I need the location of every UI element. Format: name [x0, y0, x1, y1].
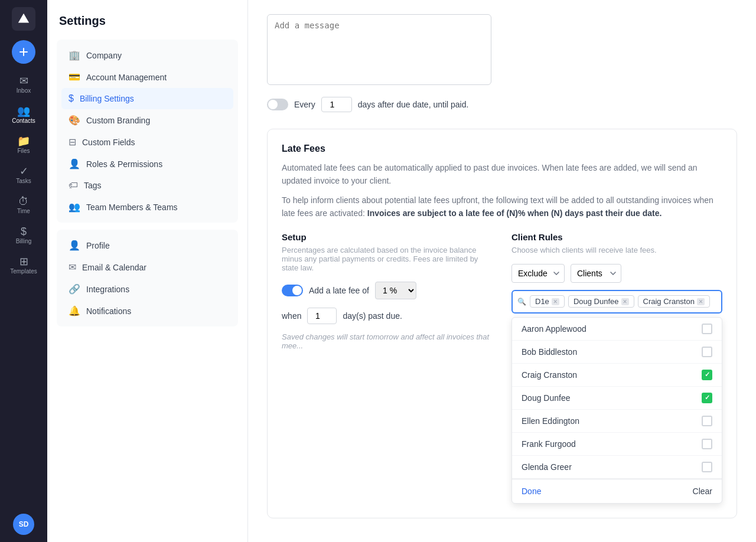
integrations-icon: 🔗 — [69, 283, 80, 295]
custom-fields-icon: ⊟ — [69, 136, 76, 148]
sidebar-item-team-label: Team Members & Teams — [86, 203, 178, 212]
remove-craig[interactable]: × — [697, 298, 705, 305]
time-icon: ⏱ — [18, 196, 29, 207]
nav-inbox[interactable]: ✉ Inbox — [6, 71, 41, 99]
setup-column: Setup Percentages are calculated based o… — [282, 232, 493, 504]
nav-time[interactable]: ⏱ Time — [6, 191, 41, 219]
every-label: Every — [294, 100, 315, 109]
remove-doug[interactable]: × — [621, 298, 629, 305]
reminder-toggle-row: Every days after due date, until paid. — [267, 97, 737, 112]
nav-time-label: Time — [17, 208, 30, 214]
clear-button[interactable]: Clear — [693, 487, 712, 496]
sidebar-item-custom-branding[interactable]: 🎨 Custom Branding — [61, 109, 233, 131]
sidebar-item-tags-label: Tags — [84, 181, 102, 190]
sidebar-item-custom-fields[interactable]: ⊟ Custom Fields — [61, 131, 233, 153]
nav-bar: ✉ Inbox 👥 Contacts 📁 Files ✓ Tasks ⏱ Tim… — [0, 0, 47, 542]
dropdown-item-glenda[interactable]: Glenda Greer — [512, 456, 722, 479]
dropdown-footer: Done Clear — [512, 479, 722, 503]
reminder-days-input[interactable] — [321, 97, 352, 112]
sidebar-item-tags[interactable]: 🏷 Tags — [61, 175, 233, 196]
setup-label: Setup — [282, 232, 493, 242]
late-fees-desc1: Automated late fees can be automatically… — [282, 161, 722, 188]
dropdown-item-doug[interactable]: Doug Dunfee — [512, 387, 722, 410]
roles-icon: 👤 — [69, 158, 80, 169]
main-content: Every days after due date, until paid. L… — [248, 0, 756, 542]
dropdown-item-ellen[interactable]: Ellen Eddington — [512, 410, 722, 433]
custom-branding-icon: 🎨 — [69, 115, 80, 126]
sidebar-section-2: 👤 Profile ✉ Email & Calendar 🔗 Integrati… — [57, 230, 238, 326]
sidebar-item-fields-label: Custom Fields — [82, 138, 135, 147]
late-fee-toggle[interactable] — [282, 285, 303, 296]
nav-contacts[interactable]: 👥 Contacts — [6, 101, 41, 129]
templates-icon: ⊞ — [19, 256, 28, 267]
checkbox-aaron[interactable] — [702, 324, 712, 334]
checkbox-doug[interactable] — [702, 393, 712, 403]
sidebar-item-company[interactable]: 🏢 Company — [61, 44, 233, 66]
checkbox-ellen[interactable] — [702, 416, 712, 426]
client-rules-label: Client Rules — [511, 232, 722, 242]
message-textarea[interactable] — [267, 14, 491, 85]
nav-billing[interactable]: $ Billing — [6, 221, 41, 249]
team-icon: 👥 — [69, 201, 80, 213]
days-past-input[interactable] — [307, 308, 337, 324]
inbox-icon: ✉ — [19, 76, 28, 86]
dropdown-item-frank[interactable]: Frank Furgood — [512, 433, 722, 456]
settings-title: Settings — [57, 14, 238, 28]
sidebar-item-billing-settings[interactable]: $ Billing Settings — [61, 88, 233, 109]
client-rules-column: Client Rules Choose which clients will r… — [511, 232, 722, 504]
tags-icon: 🏷 — [69, 180, 78, 191]
done-button[interactable]: Done — [522, 487, 541, 496]
remove-d1e[interactable]: × — [552, 298, 559, 305]
nav-files[interactable]: 📁 Files — [6, 131, 41, 159]
checkbox-bob[interactable] — [702, 347, 712, 357]
dropdown-item-craig[interactable]: Craig Cranston — [512, 364, 722, 387]
sidebar-item-integrations[interactable]: 🔗 Integrations — [61, 278, 233, 300]
nav-tasks-label: Tasks — [16, 178, 31, 184]
sidebar-item-team-members[interactable]: 👥 Team Members & Teams — [61, 196, 233, 218]
sidebar-item-roles-permissions[interactable]: 👤 Roles & Permissions — [61, 153, 233, 175]
sidebar-item-branding-label: Custom Branding — [86, 116, 150, 125]
tag-chip-d1e: D1e × — [530, 295, 565, 308]
rules-select-row: Exclude Include Clients Groups — [511, 264, 722, 283]
sidebar-item-notifications[interactable]: 🔔 Notifications — [61, 300, 233, 322]
nav-inbox-label: Inbox — [17, 87, 31, 94]
sidebar-section-1: 🏢 Company 💳 Account Management $ Billing… — [57, 40, 238, 223]
late-fee-toggle-row: Add a late fee of 1 % 2 % 3 % 5 % 10 % — [282, 282, 493, 299]
checkbox-frank[interactable] — [702, 439, 712, 449]
fee-percent-select[interactable]: 1 % 2 % 3 % 5 % 10 % — [375, 282, 416, 299]
profile-icon: 👤 — [69, 240, 80, 251]
nav-templates-label: Templates — [10, 268, 37, 275]
nav-templates[interactable]: ⊞ Templates — [6, 252, 41, 279]
dropdown-item-bob[interactable]: Bob Biddleston — [512, 341, 722, 364]
late-fees-title: Late Fees — [282, 143, 722, 154]
files-icon: 📁 — [17, 136, 30, 146]
checkbox-glenda[interactable] — [702, 462, 712, 472]
sidebar-item-integrations-label: Integrations — [86, 285, 129, 294]
saved-note: Saved changes will start tomorrow and af… — [282, 332, 493, 350]
dropdown-item-aaron[interactable]: Aaron Applewood — [512, 318, 722, 341]
tasks-icon: ✓ — [19, 166, 28, 177]
sidebar-item-notifications-label: Notifications — [86, 306, 131, 316]
client-rules-sub: Choose which clients will receive late f… — [511, 246, 722, 254]
user-avatar[interactable]: SD — [13, 514, 34, 535]
app-logo — [12, 7, 35, 31]
sidebar-item-email-label: Email & Calendar — [82, 263, 146, 272]
two-col-layout: Setup Percentages are calculated based o… — [282, 232, 722, 504]
sidebar-item-roles-label: Roles & Permissions — [86, 159, 162, 169]
nav-contacts-label: Contacts — [12, 117, 35, 124]
nav-billing-label: Billing — [16, 238, 32, 244]
nav-tasks[interactable]: ✓ Tasks — [6, 161, 41, 189]
sidebar-item-email-calendar[interactable]: ✉ Email & Calendar — [61, 256, 233, 278]
tags-input-box[interactable]: 🔍 D1e × Doug Dunfee × Craig Cranston × — [511, 290, 722, 314]
checkbox-craig[interactable] — [702, 370, 712, 380]
exclude-select[interactable]: Exclude Include — [511, 264, 565, 283]
sidebar-item-profile[interactable]: 👤 Profile — [61, 234, 233, 256]
sidebar-item-account-management[interactable]: 💳 Account Management — [61, 66, 233, 88]
add-button[interactable] — [12, 40, 35, 64]
late-fees-card: Late Fees Automated late fees can be aut… — [267, 129, 737, 518]
when-label: when — [282, 311, 301, 321]
account-mgmt-icon: 💳 — [69, 71, 80, 83]
days-past-label: day(s) past due. — [343, 311, 402, 321]
reminder-toggle[interactable] — [267, 99, 288, 110]
clients-select[interactable]: Clients Groups — [571, 264, 621, 283]
